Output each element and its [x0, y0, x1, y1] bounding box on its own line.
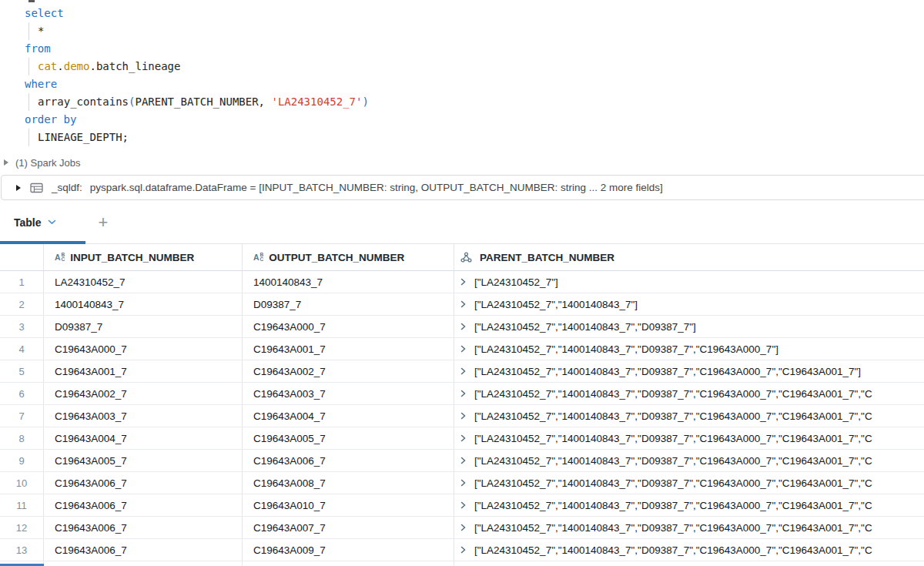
- expand-chevron-icon[interactable]: [460, 345, 467, 353]
- output-batch-cell[interactable]: C19643A006_7: [243, 450, 454, 471]
- table-row[interactable]: 10 C19643A006_7 C19643A008_7 ["LA2431045…: [0, 472, 924, 494]
- table-row[interactable]: [0, 561, 924, 566]
- input-batch-cell[interactable]: C19643A001_7: [44, 360, 243, 382]
- code-line[interactable]: order by: [25, 111, 369, 129]
- parent-batch-cell[interactable]: ["LA24310452_7","1400140843_7","D09387_7…: [454, 472, 924, 494]
- tab-table[interactable]: Table: [0, 201, 85, 243]
- parent-batch-cell[interactable]: ["LA24310452_7","1400140843_7","D09387_7…: [454, 427, 924, 449]
- row-number: 10: [0, 472, 44, 494]
- table-row[interactable]: 3 D09387_7 C19643A000_7 ["LA24310452_7",…: [0, 316, 924, 338]
- expand-chevron-icon[interactable]: [460, 367, 467, 375]
- code-line[interactable]: *: [25, 22, 369, 40]
- output-batch-cell[interactable]: C19643A005_7: [243, 427, 454, 449]
- column-header-label: INPUT_BATCH_NUMBER: [70, 252, 194, 263]
- expand-chevron-icon[interactable]: [460, 434, 467, 442]
- sql-editor[interactable]: select*fromcat.demo.batch_lineagewherear…: [25, 5, 369, 146]
- spark-jobs-row[interactable]: (1) Spark Jobs: [4, 156, 81, 169]
- table-row[interactable]: 6 C19643A002_7 C19643A003_7 ["LA24310452…: [0, 383, 924, 405]
- table-row[interactable]: 1 LA24310452_7 1400140843_7 ["LA24310452…: [0, 271, 924, 293]
- column-header-output-batch-number[interactable]: ABC OUTPUT_BATCH_NUMBER: [243, 244, 454, 270]
- input-batch-cell[interactable]: 1400140843_7: [44, 293, 243, 315]
- parent-batch-cell[interactable]: ["LA24310452_7","1400140843_7","D09387_7…: [454, 383, 924, 404]
- output-batch-cell[interactable]: C19643A001_7: [243, 338, 454, 360]
- parent-batch-cell[interactable]: ["LA24310452_7","1400140843_7","D09387_7…: [454, 450, 924, 471]
- table-row[interactable]: 4 C19643A000_7 C19643A001_7 ["LA24310452…: [0, 338, 924, 360]
- expand-chevron-icon[interactable]: [460, 323, 467, 330]
- parent-batch-cell[interactable]: ["LA24310452_7","1400140843_7","D09387_7…: [454, 360, 924, 382]
- code-line[interactable]: LINEAGE_DEPTH;: [25, 129, 369, 146]
- table-row[interactable]: 11 C19643A006_7 C19643A010_7 ["LA2431045…: [0, 494, 924, 517]
- output-batch-cell[interactable]: C19643A010_7: [243, 494, 454, 516]
- spark-jobs-label: (1) Spark Jobs: [15, 157, 81, 169]
- expand-chevron-icon[interactable]: [460, 300, 467, 308]
- parent-batch-cell[interactable]: ["LA24310452_7","1400140843_7","D09387_7…: [454, 517, 924, 538]
- output-batch-cell[interactable]: [243, 561, 454, 566]
- expand-chevron-icon[interactable]: [460, 524, 467, 531]
- code-line[interactable]: where: [25, 75, 369, 93]
- table-row[interactable]: 13 C19643A006_7 C19643A009_7 ["LA2431045…: [0, 539, 924, 561]
- table-row[interactable]: 9 C19643A005_7 C19643A006_7 ["LA24310452…: [0, 450, 924, 472]
- code-token: cat: [38, 60, 57, 72]
- row-number: 6: [0, 383, 44, 404]
- table-row[interactable]: 2 1400140843_7 D09387_7 ["LA24310452_7",…: [0, 293, 924, 316]
- input-batch-cell[interactable]: LA24310452_7: [44, 271, 243, 293]
- input-batch-cell[interactable]: C19643A006_7: [44, 539, 243, 561]
- expand-chevron-icon[interactable]: [460, 479, 467, 487]
- expand-triangle-icon[interactable]: [4, 159, 8, 166]
- table-row[interactable]: 8 C19643A004_7 C19643A005_7 ["LA24310452…: [0, 427, 924, 450]
- parent-batch-value: ["LA24310452_7","1400140843_7","D09387_7…: [474, 477, 872, 489]
- parent-batch-cell[interactable]: ["LA24310452_7","1400140843_7","D09387_7…: [454, 494, 924, 516]
- output-batch-cell[interactable]: C19643A009_7: [243, 539, 454, 561]
- expand-chevron-icon[interactable]: [460, 457, 467, 464]
- input-batch-cell[interactable]: C19643A003_7: [44, 405, 243, 427]
- output-batch-cell[interactable]: D09387_7: [243, 293, 454, 315]
- table-row[interactable]: 5 C19643A001_7 C19643A002_7 ["LA24310452…: [0, 360, 924, 383]
- code-line[interactable]: cat.demo.batch_lineage: [25, 58, 369, 75]
- output-batch-cell[interactable]: C19643A000_7: [243, 316, 454, 337]
- parent-batch-cell[interactable]: ["LA24310452_7","1400140843_7","D09387_7…: [454, 316, 924, 337]
- expand-triangle-icon[interactable]: [16, 185, 21, 191]
- expand-chevron-icon[interactable]: [460, 412, 467, 420]
- parent-batch-value: ["LA24310452_7","1400140843_7","D09387_7…: [474, 366, 861, 377]
- chevron-down-icon: [48, 219, 56, 225]
- expand-chevron-icon[interactable]: [460, 278, 467, 286]
- output-batch-cell[interactable]: 1400140843_7: [243, 271, 454, 293]
- expand-chevron-icon[interactable]: [460, 501, 467, 509]
- input-batch-cell[interactable]: C19643A000_7: [44, 338, 243, 360]
- table-row[interactable]: 12 C19643A006_7 C19643A007_7 ["LA2431045…: [0, 517, 924, 539]
- code-token: select: [25, 7, 64, 19]
- table-row[interactable]: 7 C19643A003_7 C19643A004_7 ["LA24310452…: [0, 405, 924, 427]
- expand-chevron-icon[interactable]: [460, 390, 467, 397]
- expand-chevron-icon[interactable]: [460, 546, 467, 554]
- column-header-parent-batch-number[interactable]: PARENT_BATCH_NUMBER: [454, 244, 924, 270]
- code-line[interactable]: array_contains(PARENT_BATCH_NUMBER, 'LA2…: [25, 93, 369, 111]
- input-batch-cell[interactable]: C19643A004_7: [44, 427, 243, 449]
- output-batch-cell[interactable]: C19643A007_7: [243, 517, 454, 538]
- parent-batch-cell[interactable]: ["LA24310452_7"]: [454, 271, 924, 293]
- input-batch-cell[interactable]: C19643A006_7: [44, 494, 243, 516]
- parent-batch-cell[interactable]: [454, 561, 924, 566]
- input-batch-cell[interactable]: [44, 561, 243, 566]
- add-visualization-button[interactable]: +: [92, 212, 114, 233]
- column-header-input-batch-number[interactable]: ABC INPUT_BATCH_NUMBER: [44, 244, 243, 270]
- parent-batch-cell[interactable]: ["LA24310452_7","1400140843_7"]: [454, 293, 924, 315]
- sqldf-summary-row[interactable]: _sqldf: pyspark.sql.dataframe.DataFrame …: [1, 175, 924, 200]
- input-batch-cell[interactable]: C19643A006_7: [44, 472, 243, 494]
- code-line[interactable]: select: [25, 5, 369, 22]
- output-batch-cell[interactable]: C19643A004_7: [243, 405, 454, 427]
- sqldf-variable-label: _sqldf:: [52, 182, 82, 193]
- row-number: 11: [0, 494, 44, 516]
- input-batch-cell[interactable]: C19643A005_7: [44, 450, 243, 471]
- code-token: .batch_lineage: [89, 60, 180, 72]
- parent-batch-cell[interactable]: ["LA24310452_7","1400140843_7","D09387_7…: [454, 338, 924, 360]
- input-batch-cell[interactable]: D09387_7: [44, 316, 243, 337]
- output-batch-cell[interactable]: C19643A003_7: [243, 383, 454, 404]
- input-batch-cell[interactable]: C19643A006_7: [44, 517, 243, 538]
- output-batch-cell[interactable]: C19643A008_7: [243, 472, 454, 494]
- output-batch-cell[interactable]: C19643A002_7: [243, 360, 454, 382]
- parent-batch-value: ["LA24310452_7","1400140843_7"]: [474, 299, 638, 310]
- parent-batch-cell[interactable]: ["LA24310452_7","1400140843_7","D09387_7…: [454, 405, 924, 427]
- input-batch-cell[interactable]: C19643A002_7: [44, 383, 243, 404]
- code-line[interactable]: from: [25, 40, 369, 58]
- parent-batch-cell[interactable]: ["LA24310452_7","1400140843_7","D09387_7…: [454, 539, 924, 561]
